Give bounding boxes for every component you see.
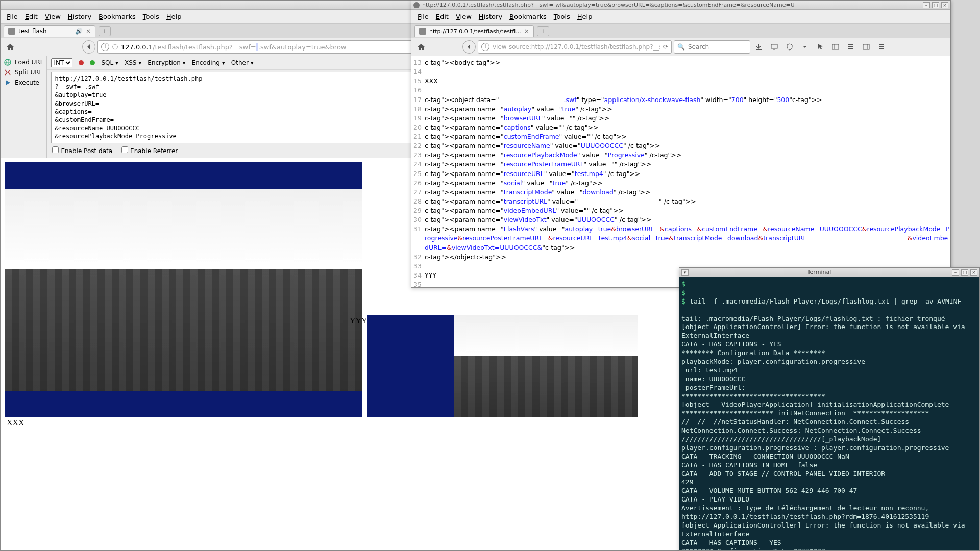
home-icon xyxy=(417,43,425,51)
hackbar-execute[interactable]: Execute xyxy=(4,79,43,87)
shield-icon xyxy=(786,43,794,51)
menu-help[interactable]: Help xyxy=(163,12,185,21)
cursor-icon xyxy=(816,43,824,51)
tab-close-icon[interactable]: × xyxy=(524,28,529,35)
menu-tools[interactable]: Tools xyxy=(140,12,162,21)
back-button[interactable] xyxy=(462,40,476,54)
svg-rect-4 xyxy=(863,44,869,49)
overflow-menu-button[interactable] xyxy=(875,40,888,54)
chevron-down-icon xyxy=(801,43,809,51)
source-line: 27c-tag"><param name="transcriptMode" va… xyxy=(411,188,950,197)
source-line: 17c-tag"><object data=" .swf" type="appl… xyxy=(411,95,950,105)
hackbar-actions: Load URL Split URL Execute xyxy=(1,56,47,158)
menu-help[interactable]: Help xyxy=(574,12,596,21)
home-button[interactable] xyxy=(414,40,428,54)
source-line: 13c-tag"><bodyc-tag">> xyxy=(411,58,950,67)
hackbar-enable-referrer[interactable]: Enable Referrer xyxy=(121,146,178,155)
tab-testflash[interactable]: test flash 🔊 × xyxy=(4,25,95,37)
source-line: 22c-tag"><param name="resourceName" valu… xyxy=(411,141,950,151)
menu-bookmarks[interactable]: Bookmarks xyxy=(506,12,550,21)
source-line: 26c-tag"><param name="social" value="tru… xyxy=(411,179,950,188)
window-minimize-button[interactable]: – xyxy=(952,269,959,276)
menu-tools[interactable]: Tools xyxy=(551,12,573,21)
menu-view[interactable]: View xyxy=(42,12,64,21)
search-box[interactable]: 🔍 xyxy=(674,40,750,54)
tab-label: http://127.0.0.1/testflash/testfl... xyxy=(429,28,521,35)
hackbar-menu-xss[interactable]: XSS ▾ xyxy=(125,59,141,66)
window-close-button[interactable]: × xyxy=(941,2,948,8)
titlebar-favicon xyxy=(413,2,420,8)
url-bar[interactable]: i view-source:http://127.0.0.1/testflash… xyxy=(478,40,672,54)
titlebar[interactable]: ▾ Terminal – ▢ × xyxy=(679,268,979,277)
globe-icon xyxy=(4,58,12,66)
flash-object-2[interactable] xyxy=(367,315,638,417)
menubar[interactable]: FileEditViewHistoryBookmarksToolsHelp xyxy=(411,10,950,24)
terminal-output[interactable]: $ $ $ tail -f .macromedia/Flash_Player/L… xyxy=(679,277,979,550)
dropdown-button[interactable] xyxy=(798,40,812,54)
source-line: 16 xyxy=(411,86,950,95)
source-line: 21c-tag"><param name="customEndFrame" va… xyxy=(411,132,950,141)
terminal-window[interactable]: ▾ Terminal – ▢ × $ $ $ tail -f .macromed… xyxy=(679,267,980,551)
window-minimize-button[interactable]: – xyxy=(923,2,930,8)
tab-mute-icon[interactable]: 🔊 xyxy=(75,28,83,35)
menu-view[interactable]: View xyxy=(453,12,475,21)
url-text: view-source:http://127.0.0.1/testflash/t… xyxy=(493,43,660,51)
hackbar-split-url[interactable]: Split URL xyxy=(4,68,43,77)
menu-history[interactable]: History xyxy=(476,12,505,21)
split-icon xyxy=(4,68,12,77)
menu-file[interactable]: File xyxy=(414,12,432,21)
window-maximize-button[interactable]: ▢ xyxy=(961,269,968,276)
site-info-icon[interactable]: i xyxy=(101,43,109,51)
sidebar-button[interactable] xyxy=(829,40,842,54)
hackbar-menu-sql[interactable]: SQL ▾ xyxy=(101,59,118,66)
search-input[interactable] xyxy=(688,43,747,51)
source-line: 23c-tag"><param name="resourcePlaybackMo… xyxy=(411,151,950,160)
home-button[interactable] xyxy=(4,40,17,54)
flash-object-1[interactable] xyxy=(5,162,362,417)
dot-red-icon[interactable] xyxy=(79,60,84,65)
hackbar-menu-encoding[interactable]: Encoding ▾ xyxy=(192,59,225,66)
menu-bookmarks[interactable]: Bookmarks xyxy=(95,12,139,21)
firefox-window-viewsource[interactable]: http://127.0.0.1/testflash/testflash.php… xyxy=(411,0,951,288)
terminal-menu-button[interactable]: ▾ xyxy=(681,269,689,276)
downloads-button[interactable] xyxy=(752,40,766,54)
menu-edit[interactable]: Edit xyxy=(433,12,452,21)
hackbar-menu-other[interactable]: Other ▾ xyxy=(231,59,254,66)
view-source-content[interactable]: 13c-tag"><bodyc-tag">>1415XXX1617c-tag">… xyxy=(411,56,950,287)
menu-edit[interactable]: Edit xyxy=(22,12,41,21)
panel-right-button[interactable] xyxy=(860,40,873,54)
tab-close-icon[interactable]: × xyxy=(86,28,91,35)
search-icon: 🔍 xyxy=(677,43,685,51)
screenshot-button[interactable] xyxy=(768,40,781,54)
hamburger-icon xyxy=(877,43,886,51)
extension-button[interactable] xyxy=(783,40,796,54)
reload-icon[interactable]: ⟳ xyxy=(663,43,668,51)
source-line: 19c-tag"><param name="browserURL" value=… xyxy=(411,114,950,123)
app-menu-button[interactable] xyxy=(844,40,857,54)
source-line: 14 xyxy=(411,67,950,77)
source-line: 29c-tag"><param name="videoEmbedURL" val… xyxy=(411,206,950,215)
window-close-button[interactable]: × xyxy=(970,269,977,276)
hackbar-load-url[interactable]: Load URL xyxy=(4,58,43,66)
new-tab-button[interactable]: + xyxy=(99,26,111,36)
site-info-icon[interactable]: i xyxy=(481,43,489,51)
menu-file[interactable]: File xyxy=(4,12,21,21)
new-tab-button[interactable]: + xyxy=(537,26,549,36)
tabstrip[interactable]: http://127.0.0.1/testflash/testfl... × + xyxy=(411,24,950,38)
titlebar[interactable]: http://127.0.0.1/testflash/testflash.php… xyxy=(411,1,950,10)
menu-history[interactable]: History xyxy=(65,12,94,21)
svg-rect-2 xyxy=(832,44,839,49)
window-maximize-button[interactable]: ▢ xyxy=(932,2,939,8)
hackbar-menu-encryption[interactable]: Encryption ▾ xyxy=(148,59,185,66)
panel-right-icon xyxy=(862,43,870,51)
back-button[interactable] xyxy=(82,40,95,54)
dot-green-icon[interactable] xyxy=(90,60,95,65)
label-xxx: XXX xyxy=(5,417,362,429)
hackbar-enable-post[interactable]: Enable Post data xyxy=(52,146,112,155)
pick-element-button[interactable] xyxy=(814,40,827,54)
tab-viewsource[interactable]: http://127.0.0.1/testflash/testfl... × xyxy=(414,25,534,37)
hackbar-db-select[interactable]: INT xyxy=(51,58,72,67)
source-line: 20c-tag"><param name="captions" value=""… xyxy=(411,123,950,132)
label-yyy: YYY xyxy=(348,315,618,327)
svg-rect-1 xyxy=(771,44,777,48)
